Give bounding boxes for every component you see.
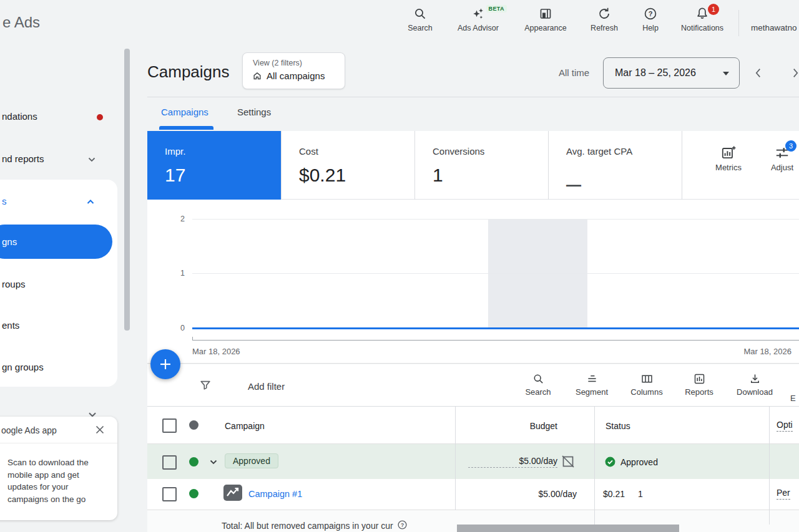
chevron-up-icon[interactable] xyxy=(85,196,96,208)
chevron-down-icon[interactable] xyxy=(86,154,97,165)
caret-down-icon xyxy=(723,72,729,75)
topbar-appearance-button[interactable]: Appearance xyxy=(517,6,574,32)
campaign-name-link[interactable]: Campaign #1 xyxy=(248,489,302,499)
recommendations-alert-dot xyxy=(97,114,103,120)
date-range-value: Mar 18 – 25, 2026 xyxy=(615,67,696,79)
check-circle-icon xyxy=(604,456,616,468)
toolbar-search-button[interactable]: Search xyxy=(521,372,556,397)
sidebar-item-insights-reports[interactable]: nd reports xyxy=(2,153,44,164)
sidebar-item-ad-groups[interactable]: roups xyxy=(2,279,26,289)
filter-funnel-icon[interactable] xyxy=(199,379,212,392)
ytick-0: 0 xyxy=(169,324,185,332)
tab-campaigns[interactable]: Campaigns xyxy=(161,107,208,117)
add-filter-button[interactable]: Add filter xyxy=(248,381,285,392)
help-circle-icon[interactable]: ? xyxy=(397,520,408,530)
close-icon[interactable] xyxy=(95,425,105,435)
topbar-refresh-button[interactable]: Refresh xyxy=(581,6,627,32)
sidebar-item-experiments[interactable]: ents xyxy=(2,320,19,331)
scorecard-conversions-label: Conversions xyxy=(433,146,484,157)
view-selector[interactable]: View (2 filters) All campaigns xyxy=(242,52,345,89)
scorecard-cpa-label: Avg. target CPA xyxy=(566,146,632,157)
row-checkbox[interactable] xyxy=(162,455,177,470)
columns-icon xyxy=(640,372,654,385)
topbar-ads-advisor-label: Ads Advisor xyxy=(448,24,508,32)
chevron-down-icon[interactable] xyxy=(208,457,219,468)
sidebar-item-recommendations[interactable]: ndations xyxy=(2,111,37,122)
topbar-appearance-label: Appearance xyxy=(517,24,574,32)
table-group-row[interactable]: Approved $5.00/day Approved xyxy=(147,444,799,479)
group-budget-value[interactable]: $5.00/day xyxy=(468,456,557,468)
view-filters-label: View (2 filters) xyxy=(253,59,302,67)
refresh-icon xyxy=(597,6,612,21)
column-header-budget[interactable]: Budget xyxy=(495,421,557,431)
account-name[interactable]: methawatno xyxy=(751,23,797,32)
topbar-notifications-button[interactable]: 1 Notifications xyxy=(671,6,733,32)
toolbar-reports-label: Reports xyxy=(680,387,718,397)
date-scope-label[interactable]: All time xyxy=(559,67,589,78)
page-title: Campaigns xyxy=(147,62,230,82)
topbar-notifications-label: Notifications xyxy=(671,24,733,32)
column-separator xyxy=(769,407,770,525)
campaign-budget-value[interactable]: $5.00/day xyxy=(488,489,577,499)
toolbar-columns-label: Columns xyxy=(627,387,667,397)
scorecard-cost-value: $0.21 xyxy=(299,165,346,186)
total-row-label: Total: All but removed campaigns in your… xyxy=(222,521,393,531)
topbar: e Ads Search BETA Ads Advisor xyxy=(0,0,799,44)
scorecard-impressions-label: Impr. xyxy=(165,146,185,157)
row-checkbox[interactable] xyxy=(162,487,177,501)
ytick-1: 1 xyxy=(169,269,185,278)
horizontal-scrollbar[interactable] xyxy=(457,525,679,532)
adjust-count-badge: 3 xyxy=(785,140,797,152)
ads-advisor-sparkle-icon xyxy=(471,6,486,21)
column-header-optimization[interactable]: Opti xyxy=(777,420,793,432)
toolbar-reports-button[interactable]: Reports xyxy=(680,372,718,397)
toolbar-segment-button[interactable]: Segment xyxy=(572,372,612,397)
date-range-picker[interactable]: Mar 18 – 25, 2026 xyxy=(603,57,740,89)
scorecard-avg-target-cpa[interactable]: Avg. target CPA — xyxy=(549,131,682,200)
campaign-type-icon xyxy=(223,485,242,501)
create-campaign-fab[interactable] xyxy=(150,349,180,379)
topbar-ads-advisor-button[interactable]: BETA Ads Advisor xyxy=(448,6,508,32)
column-separator xyxy=(594,407,595,525)
app-logo: e Ads xyxy=(2,14,40,31)
table-campaign-row[interactable]: Campaign #1 $5.00/day $0.21 1 Per xyxy=(147,479,799,510)
enabled-status-dot xyxy=(189,489,199,498)
line-chart-glyph xyxy=(223,485,242,501)
metrics-label: Metrics xyxy=(710,163,747,172)
status-filter-dot[interactable] xyxy=(189,420,199,430)
tab-campaigns-underline xyxy=(159,126,213,130)
column-header-status[interactable]: Status xyxy=(605,421,630,431)
topbar-search-label: Search xyxy=(400,24,440,32)
campaign-optimization-value[interactable]: Per xyxy=(777,488,790,500)
edit-disabled-icon xyxy=(561,454,576,469)
approved-filter-chip[interactable]: Approved xyxy=(225,453,278,468)
topbar-help-button[interactable]: ? Help xyxy=(633,6,668,32)
promo-body: Scan to download the mobile app and get … xyxy=(7,457,96,505)
scorecard-conversions[interactable]: Conversions 1 xyxy=(415,131,548,200)
scorecard-impressions[interactable]: Impr. 17 xyxy=(147,131,281,200)
promo-title: oogle Ads app xyxy=(1,425,57,435)
sidebar-item-campaign-groups[interactable]: gn groups xyxy=(2,362,44,372)
scorecard-cost[interactable]: Cost $0.21 xyxy=(282,131,414,200)
date-prev-chevron-icon[interactable] xyxy=(752,66,765,80)
metrics-icon xyxy=(720,145,737,161)
tab-settings[interactable]: Settings xyxy=(237,107,271,117)
google-ads-app: e Ads Search BETA Ads Advisor xyxy=(0,0,799,532)
performance-chart: 2 1 0 Mar 18, 2026 Mar 18, 2026 xyxy=(147,200,799,364)
group-status-value: Approved xyxy=(620,457,658,467)
sidebar-section-campaigns[interactable]: s xyxy=(2,196,7,206)
campaign-cost-value: $0.21 xyxy=(603,489,625,499)
select-all-checkbox[interactable] xyxy=(162,418,177,433)
x-axis-start-label: Mar 18, 2026 xyxy=(192,347,240,356)
toolbar-expand-label[interactable]: E xyxy=(790,394,796,403)
date-next-chevron-icon[interactable] xyxy=(788,66,799,80)
topbar-search-button[interactable]: Search xyxy=(400,6,440,32)
vertical-scrollbar[interactable] xyxy=(124,49,130,331)
toolbar-download-button[interactable]: Download xyxy=(733,372,777,397)
table-toolbar: Add filter Search Segment Columns xyxy=(147,364,799,407)
scorecard-divider xyxy=(682,131,682,200)
metrics-button[interactable]: Metrics xyxy=(710,145,747,172)
column-header-campaign[interactable]: Campaign xyxy=(225,421,265,431)
toolbar-columns-button[interactable]: Columns xyxy=(627,372,667,397)
x-axis-line xyxy=(192,340,799,341)
